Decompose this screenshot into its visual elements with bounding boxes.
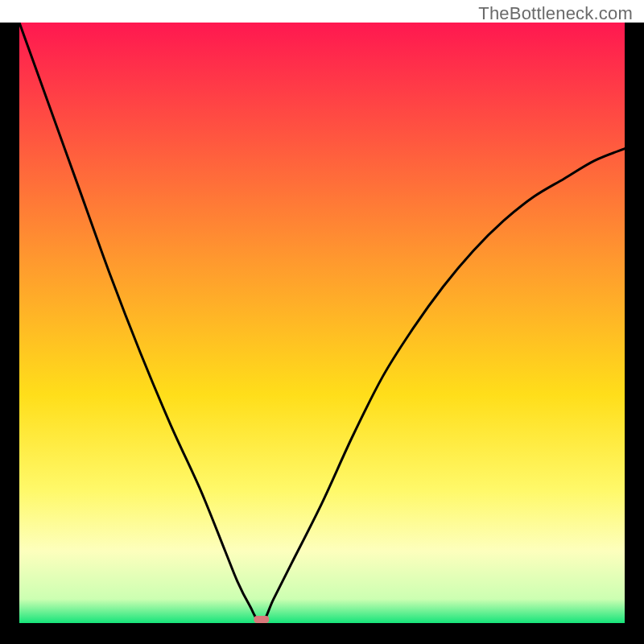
chart-plot-area (19, 23, 625, 623)
chart-outer-frame (0, 23, 644, 644)
watermark-text: TheBottleneck.com (478, 3, 633, 24)
gradient-background (19, 23, 625, 623)
minimum-marker (254, 616, 269, 623)
chart-svg (19, 23, 625, 623)
chart-container: TheBottleneck.com (0, 0, 644, 644)
